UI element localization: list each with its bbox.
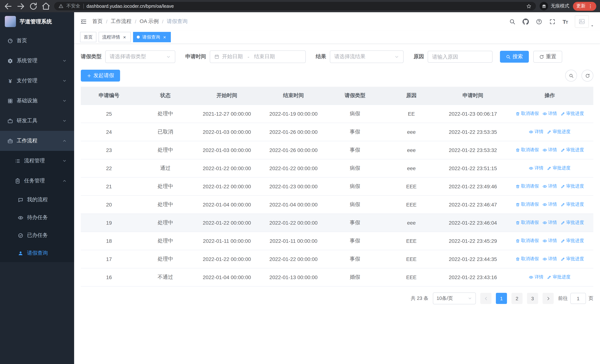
action-detail-link[interactable]: 详情 (543, 147, 557, 153)
toggle-search-button[interactable] (565, 70, 577, 82)
action-cancel-link[interactable]: 取消请假 (516, 238, 539, 244)
close-icon[interactable]: × (122, 35, 127, 40)
fullscreen-icon[interactable] (549, 18, 555, 25)
breadcrumb-oa-example[interactable]: OA 示例 (140, 18, 159, 25)
sidebar-item-todo-tasks[interactable]: 待办任务 (0, 209, 74, 226)
sidebar-item-task-management[interactable]: 任务管理 (0, 171, 74, 191)
sidebar-item-payment[interactable]: ¥ 支付管理 (0, 71, 74, 91)
action-cancel-link[interactable]: 取消请假 (516, 147, 539, 153)
sidebar-collapse-icon[interactable] (80, 18, 87, 25)
action-progress-link[interactable]: 审批进度 (561, 238, 584, 244)
browser-update-button[interactable]: 更新 (573, 2, 596, 10)
action-detail-link[interactable]: 详情 (543, 220, 557, 226)
action-label: 取消请假 (521, 147, 539, 153)
grid-icon (7, 98, 13, 104)
action-detail-link[interactable]: 详情 (529, 165, 544, 171)
cell-status: 处理中 (137, 196, 193, 214)
close-icon[interactable]: × (162, 35, 167, 40)
apply-time-range-picker[interactable]: 开始日期 - 结束日期 (210, 50, 306, 63)
result-select[interactable]: 请选择流结果 (330, 50, 403, 63)
font-size-icon[interactable]: TT (562, 18, 568, 25)
cell-apply-time: 2022-01-22 23:53:32 (440, 141, 506, 159)
action-detail-link[interactable]: 详情 (529, 274, 544, 280)
help-icon[interactable] (536, 18, 542, 25)
action-progress-link[interactable]: 审批进度 (561, 201, 584, 208)
reset-button[interactable]: 重置 (533, 51, 562, 63)
url-divider (83, 4, 84, 9)
pagination-prev-button[interactable] (480, 293, 491, 304)
bookmark-star-icon[interactable] (526, 3, 531, 9)
column-header-applied: 申请时间 (440, 87, 506, 105)
browser-home-icon[interactable] (41, 2, 50, 10)
action-progress-link[interactable]: 审批进度 (547, 165, 571, 171)
table-row: 23处理中2022-01-03 00:00:002022-01-26 00:00… (81, 141, 593, 159)
action-detail-link[interactable]: 详情 (529, 129, 544, 135)
action-detail-link[interactable]: 详情 (543, 201, 557, 208)
action-cancel-link[interactable]: 取消请假 (516, 183, 539, 190)
breadcrumb-workflow[interactable]: 工作流程 (111, 18, 131, 25)
column-header-id: 申请编号 (81, 87, 137, 105)
pagination-page-3[interactable]: 3 (527, 293, 538, 304)
tab-home[interactable]: 首页 (80, 32, 96, 42)
sidebar-item-my-processes[interactable]: 我的流程 (0, 191, 74, 209)
action-cancel-link[interactable]: 取消请假 (516, 201, 539, 208)
browser-reload-icon[interactable] (29, 2, 38, 10)
action-cancel-link[interactable]: 取消请假 (516, 111, 539, 117)
action-cancel-link[interactable]: 取消请假 (516, 256, 539, 262)
browser-forward-icon[interactable] (16, 2, 25, 10)
app-logo: 芋道管理系统 (0, 12, 74, 31)
sidebar-item-leave-query[interactable]: 请假查询 (0, 244, 74, 262)
pagination-next-button[interactable] (543, 293, 554, 304)
action-detail-link[interactable]: 详情 (543, 111, 557, 117)
user-avatar[interactable] (575, 15, 594, 28)
leave-table-body: 25处理中2021-12-27 00:00:002022-01-19 00:00… (81, 105, 593, 286)
search-icon[interactable] (509, 18, 516, 25)
cell-start-time: 2022-01-22 00:00:00 (194, 177, 260, 196)
action-detail-link[interactable]: 详情 (543, 183, 557, 190)
action-progress-link[interactable]: 审批进度 (561, 183, 584, 190)
sidebar-item-home[interactable]: 首页 (0, 31, 74, 51)
pagination-page-2[interactable]: 2 (511, 293, 523, 304)
breadcrumb-home[interactable]: 首页 (92, 18, 103, 25)
create-leave-button[interactable]: 发起请假 (81, 70, 120, 82)
action-progress-link[interactable]: 审批进度 (561, 220, 584, 226)
action-cancel-link[interactable]: 取消请假 (516, 220, 539, 226)
browser-menu-icon[interactable] (588, 3, 593, 9)
action-progress-link[interactable]: 审批进度 (561, 147, 584, 153)
action-progress-link[interactable]: 审批进度 (547, 274, 571, 280)
reason-input[interactable] (428, 51, 493, 63)
goto-page-input[interactable] (570, 293, 586, 304)
sidebar-item-infrastructure[interactable]: 基础设施 (0, 91, 74, 111)
sidebar-item-done-tasks[interactable]: 已办任务 (0, 226, 74, 244)
refresh-icon (585, 73, 590, 78)
sidebar-item-system[interactable]: 系统管理 (0, 51, 74, 71)
cell-leave-type: 事假 (327, 141, 383, 159)
security-warning-icon[interactable] (58, 4, 63, 9)
action-detail-link[interactable]: 详情 (543, 256, 557, 262)
search-button[interactable]: 搜索 (500, 51, 529, 63)
table-row: 24已取消2022-01-03 00:00:002022-01-26 00:00… (81, 123, 593, 141)
sidebar-item-devtools[interactable]: 研发工具 (0, 111, 74, 131)
page-size-select[interactable]: 10条/页 (433, 292, 476, 304)
address-bar[interactable]: 不安全 dashboard.yudao.iocoder.cn/bpm/oa/le… (54, 2, 536, 10)
action-progress-link[interactable]: 审批进度 (561, 111, 584, 117)
leave-type-select[interactable]: 请选择请假类型 (105, 50, 175, 63)
action-progress-link[interactable]: 审批进度 (561, 256, 584, 262)
chevron-down-icon (62, 119, 67, 123)
pencil-icon (547, 166, 552, 170)
pencil-icon (547, 130, 552, 134)
row-actions: 详情审批进度 (506, 268, 593, 286)
pagination-page-1[interactable]: 1 (496, 293, 507, 304)
cell-end-time: 2022-01-11 00:00:00 (260, 232, 327, 250)
action-detail-link[interactable]: 详情 (543, 238, 557, 244)
github-icon[interactable] (523, 18, 529, 25)
tab-leave-query[interactable]: 请假查询 × (133, 32, 171, 42)
refresh-table-button[interactable] (581, 70, 593, 82)
column-header-status: 状态 (137, 87, 193, 105)
sidebar-item-workflow[interactable]: 工作流程 (0, 131, 74, 151)
tab-process-detail[interactable]: 流程详情 × (99, 32, 131, 42)
action-progress-link[interactable]: 审批进度 (547, 129, 571, 135)
chevron-down-icon (166, 54, 171, 59)
sidebar-item-process-management[interactable]: 流程管理 (0, 151, 74, 171)
browser-back-icon[interactable] (4, 2, 13, 10)
